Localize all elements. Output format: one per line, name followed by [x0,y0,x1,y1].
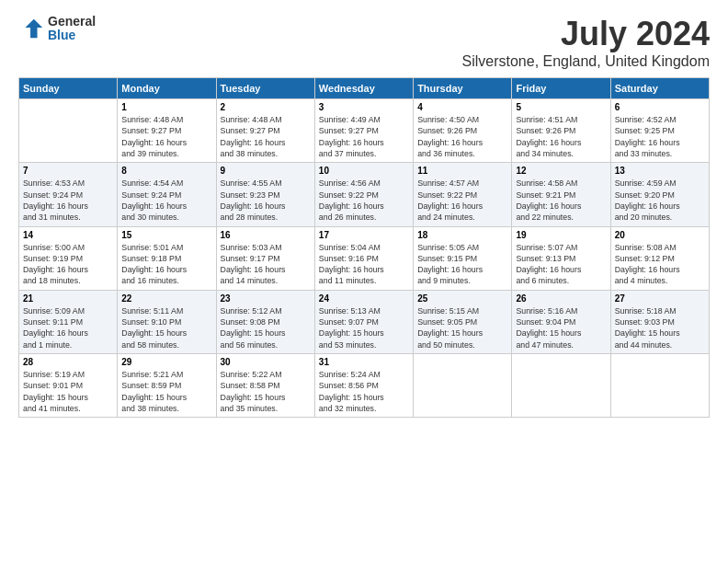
day-info: Sunrise: 5:08 AM Sunset: 9:12 PM Dayligh… [615,242,705,287]
day-number: 21 [23,293,113,304]
day-number: 20 [615,230,705,240]
day-info: Sunrise: 5:15 AM Sunset: 9:05 PM Dayligh… [417,305,507,350]
calendar-cell: 26Sunrise: 5:16 AM Sunset: 9:04 PM Dayli… [512,290,610,353]
header: General Blue July 2024 Silverstone, Engl… [18,15,710,70]
calendar-cell: 2Sunrise: 4:48 AM Sunset: 9:27 PM Daylig… [216,99,314,163]
calendar-header-tuesday: Tuesday [216,78,314,99]
day-number: 23 [221,293,311,304]
calendar-cell: 30Sunrise: 5:22 AM Sunset: 8:58 PM Dayli… [216,354,314,418]
day-number: 25 [417,293,507,304]
day-info: Sunrise: 4:49 AM Sunset: 9:27 PM Dayligh… [319,114,409,159]
calendar-cell: 31Sunrise: 5:24 AM Sunset: 8:56 PM Dayli… [314,354,413,418]
calendar-header-saturday: Saturday [610,78,709,99]
day-info: Sunrise: 5:03 AM Sunset: 9:17 PM Dayligh… [221,242,311,287]
calendar-cell: 5Sunrise: 4:51 AM Sunset: 9:26 PM Daylig… [512,99,610,163]
calendar-cell: 10Sunrise: 4:56 AM Sunset: 9:22 PM Dayli… [314,163,413,226]
day-number: 19 [516,230,606,240]
calendar-cell: 11Sunrise: 4:57 AM Sunset: 9:22 PM Dayli… [414,163,512,226]
calendar-cell: 29Sunrise: 5:21 AM Sunset: 8:59 PM Dayli… [118,354,216,418]
day-number: 5 [516,102,606,112]
day-info: Sunrise: 4:52 AM Sunset: 9:25 PM Dayligh… [615,114,705,159]
calendar-cell: 3Sunrise: 4:49 AM Sunset: 9:27 PM Daylig… [314,99,413,163]
day-number: 14 [23,230,113,240]
day-number: 24 [319,293,409,304]
calendar-cell: 8Sunrise: 4:54 AM Sunset: 9:24 PM Daylig… [118,163,216,226]
calendar-header-row: SundayMondayTuesdayWednesdayThursdayFrid… [19,78,710,99]
day-number: 15 [121,230,211,240]
logo: General Blue [18,15,96,43]
day-number: 10 [319,166,409,176]
day-info: Sunrise: 5:07 AM Sunset: 9:13 PM Dayligh… [516,242,606,287]
calendar-cell [512,354,610,418]
day-info: Sunrise: 5:04 AM Sunset: 9:16 PM Dayligh… [319,242,409,287]
day-info: Sunrise: 4:51 AM Sunset: 9:26 PM Dayligh… [516,114,606,159]
day-info: Sunrise: 5:00 AM Sunset: 9:19 PM Dayligh… [23,242,113,287]
calendar-cell: 20Sunrise: 5:08 AM Sunset: 9:12 PM Dayli… [610,226,709,290]
day-info: Sunrise: 5:05 AM Sunset: 9:15 PM Dayligh… [417,242,507,287]
calendar-header-thursday: Thursday [414,78,512,99]
calendar-week-row: 7Sunrise: 4:53 AM Sunset: 9:24 PM Daylig… [19,163,710,226]
calendar-cell [414,354,512,418]
calendar-cell: 9Sunrise: 4:55 AM Sunset: 9:23 PM Daylig… [216,163,314,226]
day-number: 1 [121,102,211,112]
logo-text: General Blue [48,15,96,43]
calendar-cell: 17Sunrise: 5:04 AM Sunset: 9:16 PM Dayli… [314,226,413,290]
day-info: Sunrise: 5:22 AM Sunset: 8:58 PM Dayligh… [221,369,311,414]
day-info: Sunrise: 4:57 AM Sunset: 9:22 PM Dayligh… [417,178,507,223]
calendar-week-row: 21Sunrise: 5:09 AM Sunset: 9:11 PM Dayli… [19,290,710,353]
day-number: 9 [221,166,311,176]
day-number: 2 [221,102,311,112]
calendar-cell: 24Sunrise: 5:13 AM Sunset: 9:07 PM Dayli… [314,290,413,353]
day-info: Sunrise: 5:11 AM Sunset: 9:10 PM Dayligh… [121,305,211,350]
calendar-cell: 4Sunrise: 4:50 AM Sunset: 9:26 PM Daylig… [414,99,512,163]
calendar-header-sunday: Sunday [19,78,118,99]
calendar-cell: 25Sunrise: 5:15 AM Sunset: 9:05 PM Dayli… [414,290,512,353]
calendar-cell: 19Sunrise: 5:07 AM Sunset: 9:13 PM Dayli… [512,226,610,290]
day-number: 13 [615,166,705,176]
calendar-cell: 6Sunrise: 4:52 AM Sunset: 9:25 PM Daylig… [610,99,709,163]
day-info: Sunrise: 4:50 AM Sunset: 9:26 PM Dayligh… [417,114,507,159]
day-number: 6 [615,102,705,112]
calendar-cell: 7Sunrise: 4:53 AM Sunset: 9:24 PM Daylig… [19,163,118,226]
day-info: Sunrise: 5:19 AM Sunset: 9:01 PM Dayligh… [23,369,113,414]
calendar-cell: 28Sunrise: 5:19 AM Sunset: 9:01 PM Dayli… [19,354,118,418]
day-info: Sunrise: 5:09 AM Sunset: 9:11 PM Dayligh… [23,305,113,350]
day-info: Sunrise: 4:55 AM Sunset: 9:23 PM Dayligh… [221,178,311,223]
calendar-header-monday: Monday [118,78,216,99]
day-info: Sunrise: 4:59 AM Sunset: 9:20 PM Dayligh… [615,178,705,223]
day-number: 7 [23,166,113,176]
calendar-cell: 16Sunrise: 5:03 AM Sunset: 9:17 PM Dayli… [216,226,314,290]
day-info: Sunrise: 4:54 AM Sunset: 9:24 PM Dayligh… [121,178,211,223]
logo-icon [18,16,44,41]
calendar-cell: 21Sunrise: 5:09 AM Sunset: 9:11 PM Dayli… [19,290,118,353]
calendar-cell [19,99,118,163]
day-number: 18 [417,230,507,240]
day-info: Sunrise: 5:01 AM Sunset: 9:18 PM Dayligh… [121,242,211,287]
calendar-cell: 14Sunrise: 5:00 AM Sunset: 9:19 PM Dayli… [19,226,118,290]
day-number: 28 [23,357,113,367]
calendar-cell [610,354,709,418]
calendar-header-friday: Friday [512,78,610,99]
day-info: Sunrise: 5:16 AM Sunset: 9:04 PM Dayligh… [516,305,606,350]
day-info: Sunrise: 4:56 AM Sunset: 9:22 PM Dayligh… [319,178,409,223]
day-number: 12 [516,166,606,176]
day-info: Sunrise: 4:53 AM Sunset: 9:24 PM Dayligh… [23,178,113,223]
day-number: 31 [319,357,409,367]
calendar-header-wednesday: Wednesday [314,78,413,99]
calendar-table: SundayMondayTuesdayWednesdayThursdayFrid… [18,77,710,418]
logo-blue: Blue [48,29,96,42]
day-number: 22 [121,293,211,304]
subtitle: Silverstone, England, United Kingdom [462,53,711,70]
calendar-cell: 1Sunrise: 4:48 AM Sunset: 9:27 PM Daylig… [118,99,216,163]
calendar-cell: 15Sunrise: 5:01 AM Sunset: 9:18 PM Dayli… [118,226,216,290]
logo-general: General [48,15,96,29]
day-number: 11 [417,166,507,176]
calendar-week-row: 1Sunrise: 4:48 AM Sunset: 9:27 PM Daylig… [19,99,710,163]
svg-marker-0 [25,19,42,39]
day-info: Sunrise: 5:13 AM Sunset: 9:07 PM Dayligh… [319,305,409,350]
calendar-cell: 27Sunrise: 5:18 AM Sunset: 9:03 PM Dayli… [610,290,709,353]
calendar-cell: 12Sunrise: 4:58 AM Sunset: 9:21 PM Dayli… [512,163,610,226]
day-info: Sunrise: 4:48 AM Sunset: 9:27 PM Dayligh… [121,114,211,159]
day-info: Sunrise: 4:58 AM Sunset: 9:21 PM Dayligh… [516,178,606,223]
day-number: 4 [417,102,507,112]
